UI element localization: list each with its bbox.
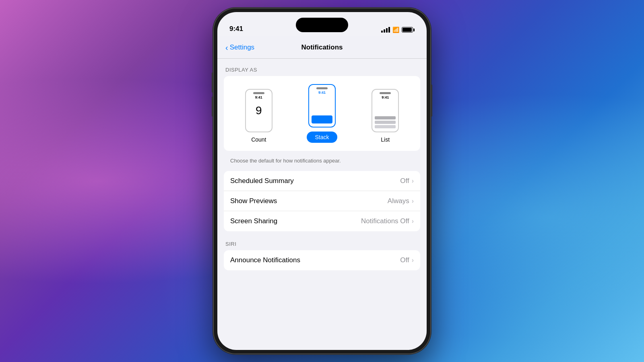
- dynamic-island: [296, 18, 348, 32]
- list-bar-3: [375, 125, 396, 128]
- display-option-list[interactable]: 9:41 List: [372, 89, 399, 143]
- list-label: List: [381, 136, 390, 143]
- announce-notifications-row[interactable]: Announce Notifications Off ›: [224, 250, 420, 270]
- phone-screen: 9:41 📶: [217, 12, 427, 350]
- battery-icon: [402, 27, 415, 33]
- display-hint-text: Choose the default for how notifications…: [217, 154, 427, 171]
- signal-bar-4: [388, 27, 390, 33]
- scheduled-summary-chevron-icon: ›: [412, 177, 414, 185]
- volume-up-button[interactable]: [212, 72, 213, 93]
- stack-selected-badge[interactable]: Stack: [307, 132, 337, 143]
- list-phone-mini: 9:41: [372, 89, 399, 132]
- signal-bar-1: [381, 31, 383, 33]
- count-notch: [253, 92, 264, 94]
- screen-sharing-chevron-icon: ›: [412, 218, 414, 225]
- display-option-count[interactable]: 9:41 9 Count: [245, 89, 272, 143]
- announce-notifications-label: Announce Notifications: [230, 256, 400, 264]
- list-notch: [380, 92, 391, 94]
- power-button[interactable]: [431, 84, 432, 117]
- signal-bar-2: [384, 29, 385, 33]
- volume-down-button[interactable]: [212, 97, 213, 117]
- stack-time: 9:41: [318, 90, 326, 95]
- battery-fill: [402, 28, 412, 32]
- siri-settings-group: Announce Notifications Off ›: [224, 250, 420, 270]
- content-area: DISPLAY AS 9:41 9 Count: [217, 59, 427, 350]
- back-chevron-icon: ‹: [225, 43, 228, 51]
- screen-sharing-label: Screen Sharing: [230, 217, 361, 225]
- siri-section-header: SIRI: [217, 234, 427, 250]
- count-phone-mini: 9:41 9: [245, 89, 272, 132]
- main-settings-group: Scheduled Summary Off › Show Previews Al…: [224, 171, 420, 231]
- signal-bars: [381, 27, 390, 33]
- signal-bar-3: [386, 28, 388, 33]
- list-stack-bars: [375, 116, 396, 128]
- battery-body: [402, 27, 413, 33]
- list-time: 9:41: [382, 95, 389, 99]
- list-bar-2: [375, 121, 396, 124]
- nav-bar: ‹ Settings Notifications: [217, 36, 427, 59]
- wifi-icon: 📶: [392, 27, 399, 33]
- count-number: 9: [256, 104, 262, 117]
- show-previews-value: Always: [388, 197, 409, 205]
- screen-sharing-row[interactable]: Screen Sharing Notifications Off ›: [224, 211, 420, 231]
- display-as-header: DISPLAY AS: [217, 67, 427, 76]
- announce-notifications-value: Off: [400, 256, 409, 264]
- count-time: 9:41: [255, 95, 262, 99]
- display-as-card: 9:41 9 Count 9:41 Stack: [224, 76, 420, 151]
- show-previews-chevron-icon: ›: [412, 197, 414, 205]
- screen-sharing-value: Notifications Off: [361, 217, 409, 225]
- phone-frame: 9:41 📶: [213, 8, 431, 354]
- scheduled-summary-value: Off: [400, 177, 409, 185]
- display-option-stack[interactable]: 9:41 Stack: [307, 84, 337, 143]
- stack-notch: [316, 87, 328, 89]
- phone-wrapper: 9:41 📶: [213, 8, 431, 354]
- battery-tip: [413, 29, 415, 31]
- count-label: Count: [251, 136, 266, 143]
- scheduled-summary-row[interactable]: Scheduled Summary Off ›: [224, 171, 420, 191]
- stack-notification-bar: [312, 115, 332, 123]
- scheduled-summary-label: Scheduled Summary: [230, 177, 400, 185]
- status-icons: 📶: [381, 27, 415, 33]
- show-previews-row[interactable]: Show Previews Always ›: [224, 191, 420, 211]
- show-previews-label: Show Previews: [230, 197, 388, 205]
- announce-notifications-chevron-icon: ›: [412, 257, 414, 264]
- back-button[interactable]: ‹ Settings: [225, 43, 254, 51]
- stack-phone-mini: 9:41: [308, 84, 336, 128]
- page-title: Notifications: [301, 43, 343, 51]
- back-label[interactable]: Settings: [230, 43, 254, 51]
- list-bar-1: [375, 116, 396, 119]
